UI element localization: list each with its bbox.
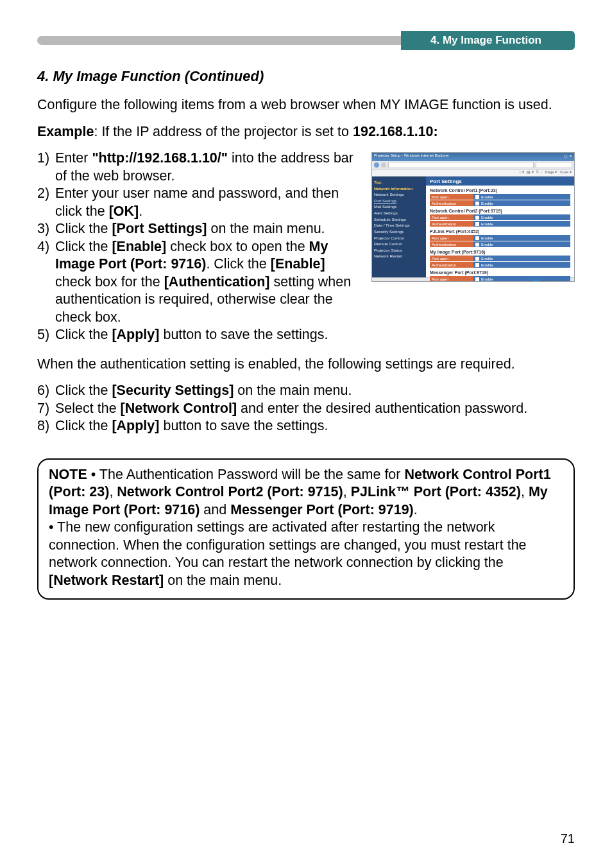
step-bold: [OK] [109,204,139,219]
row-value: Enable [473,262,570,268]
step-number: 4) [37,238,55,327]
step-text: and enter the desired authentication pas… [237,401,527,416]
screenshot-titlebar: Projector Setup - Windows Internet Explo… [372,153,574,161]
checkbox-icon [475,257,479,261]
step-2: 2) Enter your user name and password, an… [37,185,365,220]
checkbox-icon [475,243,479,247]
sidebar-item: Schedule Settings [374,216,424,223]
port-group-title: My Image Port (Port:9716) [430,250,570,254]
example-ip: 192.168.1.10: [353,124,438,139]
step-text: Click the [55,327,112,342]
step-number: 1) [37,150,55,185]
home-icon: ⌂ ▾ [519,169,524,176]
port-row: AuthenticationEnable [430,200,570,206]
step-7: 7) Select the [Network Control] and ente… [37,400,575,418]
note-text: and [200,502,230,517]
step-text: check box to open the [166,239,309,254]
checkbox-icon [475,202,479,205]
port-row: Port openEnable [430,194,570,200]
port-settings-screenshot: Projector Setup - Windows Internet Explo… [371,152,575,282]
tools-menu-icon: Tools ▾ [559,169,572,176]
breadcrumb: 4. My Image Function [401,31,575,50]
screenshot-main: Port Settings Network Control Port1 (Por… [426,177,574,277]
port-group-title: Network Control Port1 (Port:23) [430,188,570,193]
sidebar-item: Network Settings [374,191,424,198]
row-label: Authentication [430,200,473,206]
step-bold: [Enable] [112,239,166,254]
row-label: Port open [430,214,473,220]
row-label: Port open [430,194,473,200]
row-label: Authentication [430,262,473,268]
row-value: Enable [473,235,570,241]
step-number: 6) [37,382,55,400]
note-text: • The Authentication Password will be th… [87,467,405,482]
row-value: Enable [473,194,570,200]
sidebar-item: Projector Control [374,235,424,241]
step-bold: [Apply] [112,327,159,342]
step-4: 4) Click the [Enable] check box to open … [37,238,365,327]
port-group-title: Messenger Port (Port:9719) [430,270,570,275]
row-value: Enable [473,276,570,282]
enable-label: Enable [481,277,493,281]
status-text: Internet [542,279,555,282]
step-bold: [Port Settings] [112,221,207,236]
feed-icon: ▤ ▾ [527,169,534,176]
example-text: : If the IP address of the projector is … [94,124,353,139]
row-label: Port open [430,276,473,282]
row-label: Authentication [430,221,473,227]
sidebar-item: Remote Control [374,241,424,247]
sidebar-item: Date / Time Settings [374,222,424,229]
enable-label: Enable [481,222,493,226]
note-bold: Messenger Port (Port: 9719) [230,502,414,517]
enable-label: Enable [481,236,493,240]
note-label: NOTE [49,467,87,482]
row-value: Enable [473,200,570,206]
auth-line: When the authentication setting is enabl… [37,356,575,374]
enable-label: Enable [481,243,493,247]
step-text: button to save the settings. [159,418,328,433]
example-label: Example [37,124,94,139]
page-title: 4. My Image Function (Continued) [37,68,575,85]
step-text: on the main menu. [234,383,352,398]
step-bold: [Security Settings] [112,383,234,398]
note-text: on the main menu. [164,573,282,588]
window-controls-icon: ▢ ✕ [564,153,572,161]
step-text: Select the [55,401,121,416]
port-row: AuthenticationEnable [430,241,570,247]
enable-label: Enable [481,216,493,220]
checkbox-icon [475,277,479,281]
step-number: 2) [37,185,55,220]
step-number: 5) [37,326,55,344]
step-bold: [Network Control] [121,401,237,416]
intro-paragraph: Configure the following items from a web… [37,96,575,114]
step-text: Enter [55,150,92,166]
screenshot-toolbar2: ⌂ ▾ ▤ ▾ ⎙ ▾ Page ▾ Tools ▾ [372,169,574,177]
enable-label: Enable [481,195,493,199]
example-line: Example: If the IP address of the projec… [37,123,575,141]
row-value: Enable [473,214,570,220]
row-value: Enable [473,221,570,227]
step-6: 6) Click the [Security Settings] on the … [37,382,575,400]
sidebar-item: Security Settings [374,229,424,235]
screenshot-window-title: Projector Setup - Windows Internet Explo… [374,153,449,161]
step-text: on the main menu. [207,221,325,236]
row-value: Enable [473,241,570,247]
screenshot-toolbar [372,161,574,169]
note-box: NOTE • The Authentication Password will … [37,458,575,600]
step-bold: [Enable] [271,256,325,272]
port-group-title: Network Control Port2 (Port:9715) [430,209,570,213]
enable-label: Enable [481,257,493,261]
sidebar-item: Projector Status [374,247,424,254]
step-bold: "http://192.168.1.10/" [92,150,228,166]
zoom-text: 100% ▾ [559,279,572,282]
step-number: 8) [37,417,55,435]
sidebar-item: Alert Settings [374,210,424,216]
port-row: AuthenticationEnable [430,262,570,268]
port-row: Port openEnable [430,256,570,261]
sidebar-item: Network Information [374,186,424,192]
step-bold: [Apply] [112,418,159,433]
internet-icon: 🌐 [534,279,538,282]
sidebar-item: Mail Settings [374,204,424,210]
page: 4. My Image Function 4. My Image Functio… [0,0,612,868]
port-row: Port openEnable [430,214,570,220]
